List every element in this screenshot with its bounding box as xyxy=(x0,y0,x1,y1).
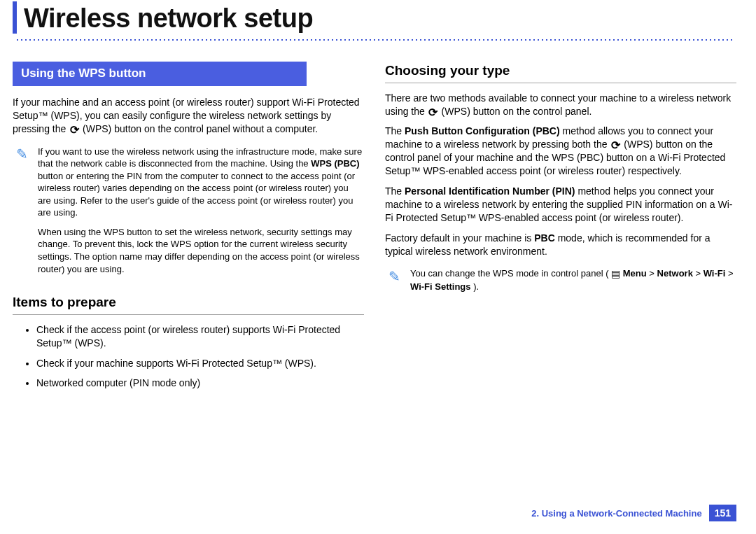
items-heading: Items to prepare xyxy=(13,293,364,311)
note-right-paragraph: You can change the WPS mode in control p… xyxy=(410,267,735,293)
left-column: Using the WPS button If your machine and… xyxy=(13,62,364,397)
p3-a: The xyxy=(385,185,405,197)
note-text: You can change the WPS mode in control p… xyxy=(410,267,735,300)
p2-a: The xyxy=(385,125,405,136)
intro-text-b: (WPS) button on the control panel withou… xyxy=(83,123,318,134)
footer-chapter: 2. Using a Network-Connected Machine xyxy=(531,508,701,519)
title-area: Wireless network setup xyxy=(13,0,736,34)
list-item: Check if your machine supports Wi-Fi Pro… xyxy=(36,357,364,370)
note-r-a: You can change the WPS mode in control p… xyxy=(410,268,611,279)
note-r-b: ). xyxy=(473,281,479,292)
columns: Using the WPS button If your machine and… xyxy=(13,62,736,397)
right-column: Choosing your type There are two methods… xyxy=(385,62,736,397)
p4-a: Factory default in your machine is xyxy=(385,232,534,244)
note-network: Network xyxy=(657,268,693,279)
note1-bold: WPS (PBC) xyxy=(311,158,359,169)
p4-bold: PBC xyxy=(534,232,555,244)
choosing-heading: Choosing your type xyxy=(385,62,736,80)
items-underline xyxy=(13,314,364,315)
wps-icon: ⟳ xyxy=(610,140,621,151)
note-icon: ✎ xyxy=(13,146,31,164)
footer-page-number: 151 xyxy=(709,505,736,521)
items-list: Check if the access point (or wireless r… xyxy=(13,323,364,391)
note1-paragraph: If you want to use the wireless network … xyxy=(38,146,363,219)
p3-bold: Personal Identification Number (PIN) xyxy=(405,185,575,197)
list-item: Check if the access point (or wireless r… xyxy=(36,323,364,350)
wps-icon: ⟳ xyxy=(428,106,439,118)
gt2: > xyxy=(696,268,704,279)
note-wifi: Wi-Fi xyxy=(704,268,726,279)
section-header-wps: Using the WPS button xyxy=(13,62,307,86)
note2-paragraph: When using the WPS button to set the wir… xyxy=(38,226,363,275)
page-title: Wireless network setup xyxy=(24,3,313,34)
footer: 2. Using a Network-Connected Machine 151 xyxy=(531,505,736,521)
note-wifisettings: Wi-Fi Settings xyxy=(410,281,471,292)
p1: There are two methods available to conne… xyxy=(385,92,736,118)
p2-bold: Push Button Configuration (PBC) xyxy=(405,125,560,136)
gt1: > xyxy=(649,268,657,279)
p2: The Push Button Configuration (PBC) meth… xyxy=(385,125,736,178)
wps-icon: ⟳ xyxy=(69,125,80,136)
document-page: Wireless network setup Using the WPS but… xyxy=(0,0,756,534)
intro-paragraph: If your machine and an access point (or … xyxy=(13,96,364,136)
gt3: > xyxy=(728,268,734,279)
choosing-underline xyxy=(385,83,736,83)
note1-b: button or entering the PIN from the comp… xyxy=(38,171,355,218)
title-marker xyxy=(13,1,17,34)
p1-b: (WPS) button on the control panel. xyxy=(442,106,592,117)
note-icon: ✎ xyxy=(385,267,403,286)
note-menu: Menu xyxy=(623,268,647,279)
note-box-1: ✎ If you want to use the wireless networ… xyxy=(13,146,364,282)
list-item: Networked computer (PIN mode only) xyxy=(36,377,364,390)
note-box-2: ✎ You can change the WPS mode in control… xyxy=(385,267,736,300)
title-underline xyxy=(15,39,734,41)
note-text: If you want to use the wireless network … xyxy=(38,146,363,282)
p3: The Personal Identification Number (PIN)… xyxy=(385,185,736,225)
menu-icon: ▤ xyxy=(611,267,620,281)
p4: Factory default in your machine is PBC m… xyxy=(385,232,736,258)
